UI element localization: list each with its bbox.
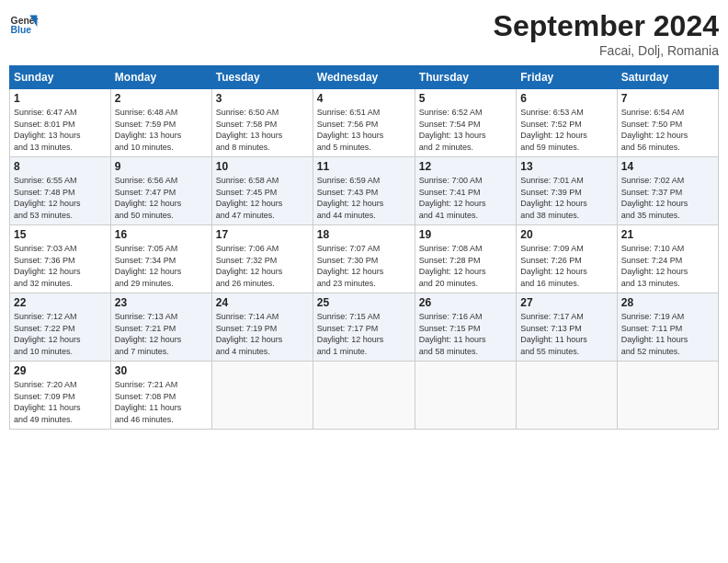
table-row: 30Sunrise: 7:21 AMSunset: 7:08 PMDayligh… — [110, 362, 211, 430]
month-title: September 2024 — [494, 9, 719, 43]
table-row: 3Sunrise: 6:50 AMSunset: 7:58 PMDaylight… — [211, 89, 313, 157]
col-monday: Monday — [110, 66, 211, 89]
table-row: 16Sunrise: 7:05 AMSunset: 7:34 PMDayligh… — [110, 225, 211, 293]
calendar-table: Sunday Monday Tuesday Wednesday Thursday… — [9, 65, 719, 430]
col-thursday: Thursday — [415, 66, 516, 89]
table-row: 2Sunrise: 6:48 AMSunset: 7:59 PMDaylight… — [110, 89, 211, 157]
table-row: 17Sunrise: 7:06 AMSunset: 7:32 PMDayligh… — [211, 225, 313, 293]
table-row: 29Sunrise: 7:20 AMSunset: 7:09 PMDayligh… — [10, 362, 111, 430]
table-row — [313, 362, 415, 430]
logo: General Blue — [9, 9, 39, 39]
col-friday: Friday — [517, 66, 617, 89]
svg-text:Blue: Blue — [11, 25, 32, 35]
col-wednesday: Wednesday — [313, 66, 415, 89]
table-row — [517, 362, 617, 430]
table-row: 22Sunrise: 7:12 AMSunset: 7:22 PMDayligh… — [10, 293, 111, 362]
table-row: 25Sunrise: 7:15 AMSunset: 7:17 PMDayligh… — [313, 293, 415, 362]
table-row: 18Sunrise: 7:07 AMSunset: 7:30 PMDayligh… — [313, 225, 415, 293]
location: Facai, Dolj, Romania — [494, 43, 719, 58]
table-row: 8Sunrise: 6:55 AMSunset: 7:48 PMDaylight… — [10, 157, 111, 225]
table-row: 6Sunrise: 6:53 AMSunset: 7:52 PMDaylight… — [517, 89, 617, 157]
table-row: 1Sunrise: 6:47 AMSunset: 8:01 PMDaylight… — [10, 89, 111, 157]
table-row: 11Sunrise: 6:59 AMSunset: 7:43 PMDayligh… — [313, 157, 415, 225]
calendar-header-row: Sunday Monday Tuesday Wednesday Thursday… — [10, 66, 719, 89]
table-row: 15Sunrise: 7:03 AMSunset: 7:36 PMDayligh… — [10, 225, 111, 293]
table-row — [415, 362, 516, 430]
table-row — [617, 362, 718, 430]
table-row: 12Sunrise: 7:00 AMSunset: 7:41 PMDayligh… — [415, 157, 516, 225]
table-row: 24Sunrise: 7:14 AMSunset: 7:19 PMDayligh… — [211, 293, 313, 362]
table-row: 28Sunrise: 7:19 AMSunset: 7:11 PMDayligh… — [617, 293, 718, 362]
table-row: 23Sunrise: 7:13 AMSunset: 7:21 PMDayligh… — [110, 293, 211, 362]
col-saturday: Saturday — [617, 66, 718, 89]
table-row: 19Sunrise: 7:08 AMSunset: 7:28 PMDayligh… — [415, 225, 516, 293]
table-row: 7Sunrise: 6:54 AMSunset: 7:50 PMDaylight… — [617, 89, 718, 157]
table-row: 10Sunrise: 6:58 AMSunset: 7:45 PMDayligh… — [211, 157, 313, 225]
page-header: General Blue September 2024 Facai, Dolj,… — [9, 9, 719, 58]
col-tuesday: Tuesday — [211, 66, 313, 89]
table-row: 26Sunrise: 7:16 AMSunset: 7:15 PMDayligh… — [415, 293, 516, 362]
table-row: 4Sunrise: 6:51 AMSunset: 7:56 PMDaylight… — [313, 89, 415, 157]
table-row: 13Sunrise: 7:01 AMSunset: 7:39 PMDayligh… — [517, 157, 617, 225]
col-sunday: Sunday — [10, 66, 111, 89]
table-row: 21Sunrise: 7:10 AMSunset: 7:24 PMDayligh… — [617, 225, 718, 293]
table-row: 9Sunrise: 6:56 AMSunset: 7:47 PMDaylight… — [110, 157, 211, 225]
table-row — [211, 362, 313, 430]
table-row: 14Sunrise: 7:02 AMSunset: 7:37 PMDayligh… — [617, 157, 718, 225]
table-row: 27Sunrise: 7:17 AMSunset: 7:13 PMDayligh… — [517, 293, 617, 362]
table-row: 20Sunrise: 7:09 AMSunset: 7:26 PMDayligh… — [517, 225, 617, 293]
title-block: September 2024 Facai, Dolj, Romania — [494, 9, 719, 58]
table-row: 5Sunrise: 6:52 AMSunset: 7:54 PMDaylight… — [415, 89, 516, 157]
logo-icon: General Blue — [9, 9, 39, 39]
